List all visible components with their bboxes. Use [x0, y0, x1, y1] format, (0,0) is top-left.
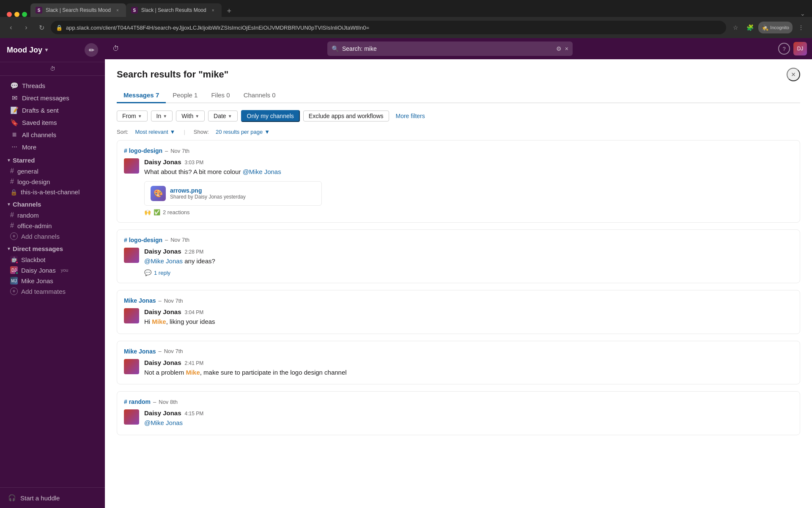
dm-item-mike-jonas[interactable]: MJ Mike Jonas [3, 276, 102, 286]
tab-close-1[interactable]: × [114, 7, 121, 14]
result-channel-name-1[interactable]: # logo-design [124, 147, 162, 154]
search-input[interactable]: Search: mike [342, 45, 553, 52]
forward-button[interactable]: › [20, 22, 32, 33]
tab-people[interactable]: People 1 [166, 88, 204, 103]
file-preview-1[interactable]: 🎨 arrows.png Shared by Daisy Jonas yeste… [144, 181, 322, 206]
result-author-4[interactable]: Daisy Jonas [144, 359, 181, 366]
channel-item-general[interactable]: # general [3, 166, 102, 176]
close-window-btn[interactable] [7, 12, 12, 17]
with-filter-button[interactable]: With ▼ [176, 110, 205, 121]
result-channel-name-3[interactable]: Mike Jonas [124, 297, 156, 304]
channel-item-logo-design[interactable]: # logo-design [3, 177, 102, 187]
toolbar-history-icon[interactable]: ⏱ [110, 43, 122, 55]
result-text-2: @Mike Jonas any ideas? [144, 257, 793, 266]
sort-select[interactable]: Most relevant ▼ [135, 129, 175, 135]
sidebar-item-more[interactable]: ··· More [3, 141, 102, 153]
result-content-5: Daisy Jonas 4:15 PM @Mike Jonas [144, 409, 793, 428]
close-search-button[interactable]: × [787, 68, 800, 81]
sidebar-toolbar: ⏱ [0, 62, 105, 76]
highlight-mike-3: Mike [152, 318, 166, 325]
result-text-1: What about this? A bit more colour @Mike… [144, 167, 793, 177]
compose-button[interactable]: ✏ [85, 43, 98, 57]
sidebar-item-all-channels[interactable]: ≡ All channels [3, 129, 102, 141]
mention-mike-5[interactable]: @Mike Jonas [144, 419, 183, 426]
search-panel: Search results for "mike" × Messages 7 P… [105, 59, 812, 508]
result-card-5: # random – Nov 8th Daisy Jonas 4:15 PM @… [117, 391, 800, 435]
sidebar-item-saved[interactable]: 🔖 Saved items [3, 116, 102, 128]
toolbar-right: ? DJ [778, 42, 807, 55]
result-author-5[interactable]: Daisy Jonas [144, 409, 181, 417]
huddle-icon: 🎧 [7, 493, 17, 503]
reaction-1a[interactable]: 🙌 [144, 209, 151, 215]
user-avatar[interactable]: DJ [793, 42, 807, 55]
result-content-3: Daisy Jonas 3:04 PM Hi Mike, liking your… [144, 308, 793, 327]
tab-close-2[interactable]: × [210, 7, 217, 14]
mention-mike-1[interactable]: @Mike Jonas [243, 168, 281, 175]
tab-messages[interactable]: Messages 7 [117, 88, 166, 103]
show-label: Show: [194, 129, 209, 135]
result-channel-name-4[interactable]: Mike Jonas [124, 348, 156, 355]
maximize-window-btn[interactable] [22, 12, 27, 17]
reply-line-2[interactable]: 💬 1 reply [144, 269, 793, 276]
sidebar-item-direct-messages[interactable]: ✉ Direct messages [3, 92, 102, 104]
history-icon[interactable]: ⏱ [50, 66, 55, 72]
new-tab-button[interactable]: + [223, 5, 235, 17]
address-bar[interactable]: 🔒 app.slack.com/client/T04A4T58F4H/searc… [51, 21, 726, 34]
browser-nav-bar: ‹ › ↻ 🔒 app.slack.com/client/T04A4T58F4H… [0, 17, 812, 38]
start-huddle-button[interactable]: 🎧 Start a huddle [7, 493, 98, 503]
back-button[interactable]: ‹ [5, 22, 17, 33]
date-filter-button[interactable]: Date ▼ [208, 110, 237, 121]
refresh-button[interactable]: ↻ [36, 22, 47, 33]
tab-title-2: Slack | Search Results Mood [141, 7, 206, 13]
minimize-window-btn[interactable] [14, 12, 19, 17]
reaction-1b[interactable]: ✅ [154, 209, 160, 215]
browser-tab-1[interactable]: S Slack | Search Results Mood × [30, 3, 126, 17]
workspace-name[interactable]: Mood Joy ▼ [7, 46, 49, 55]
in-filter-button[interactable]: In ▼ [151, 110, 173, 121]
mention-mike-2[interactable]: @Mike Jonas [144, 257, 183, 265]
search-filter-icon[interactable]: ⚙ [556, 45, 562, 52]
search-clear-icon[interactable]: × [565, 45, 568, 52]
help-button[interactable]: ? [778, 43, 790, 55]
result-author-3[interactable]: Daisy Jonas [144, 308, 181, 315]
browser-chrome: S Slack | Search Results Mood × S Slack … [0, 0, 812, 38]
search-bar[interactable]: 🔍 Search: mike ⚙ × [327, 41, 573, 56]
channel-item-test[interactable]: 🔒 this-is-a-test-channel [3, 187, 102, 197]
menu-icon[interactable]: ⋮ [795, 22, 807, 33]
result-separator-3: – [158, 298, 161, 304]
result-card-3: Mike Jonas – Nov 7th Daisy Jonas 3:04 PM… [117, 290, 800, 334]
dm-section-header[interactable]: ▼ Direct messages [0, 242, 105, 254]
more-filters-button[interactable]: More filters [392, 111, 428, 121]
main-content: ⏱ 🔍 Search: mike ⚙ × ? DJ Search results… [105, 38, 812, 508]
sidebar-item-drafts[interactable]: 📝 Drafts & sent [3, 104, 102, 116]
saved-icon: 🔖 [10, 118, 19, 127]
dm-item-slackbot[interactable]: 🤖 Slackbot [3, 254, 102, 265]
tab-channels[interactable]: Channels 0 [237, 88, 283, 103]
result-channel-name-2[interactable]: # logo-design [124, 237, 162, 243]
result-author-2[interactable]: Daisy Jonas [144, 248, 181, 255]
add-teammates-button[interactable]: + Add teammates [3, 286, 102, 296]
extensions-icon[interactable]: 🧩 [744, 22, 756, 33]
tab-files[interactable]: Files 0 [204, 88, 236, 103]
result-author-line-2: Daisy Jonas 2:28 PM [144, 248, 793, 255]
from-filter-button[interactable]: From ▼ [117, 110, 148, 121]
more-icon: ··· [10, 143, 19, 151]
show-select[interactable]: 20 results per page ▼ [216, 129, 270, 135]
tab-list-btn[interactable]: ⌄ [800, 10, 805, 17]
file-name-1[interactable]: arrows.png [170, 187, 315, 194]
exclude-apps-button[interactable]: Exclude apps and workflows [303, 110, 389, 121]
browser-tab-2[interactable]: S Slack | Search Results Mood × [126, 3, 222, 17]
bookmark-icon[interactable]: ☆ [730, 22, 741, 33]
dm-item-daisy-jonas[interactable]: DJ Daisy Jonas you [3, 265, 102, 275]
sidebar-item-threads[interactable]: 💬 Threads [3, 80, 102, 91]
only-my-channels-button[interactable]: Only my channels [241, 110, 300, 122]
result-channel-line-2: # logo-design – Nov 7th [124, 237, 793, 243]
result-channel-name-5[interactable]: # random [124, 398, 151, 405]
channel-item-random[interactable]: # random [3, 210, 102, 220]
channel-item-office-admin[interactable]: # office-admin [3, 221, 102, 231]
result-author-1[interactable]: Daisy Jonas [144, 158, 181, 166]
result-avatar-2 [124, 248, 139, 263]
channels-section-header[interactable]: ▼ Channels [0, 197, 105, 210]
starred-section-header[interactable]: ▼ Starred [0, 153, 105, 166]
add-channel-button[interactable]: + Add channels [3, 231, 102, 241]
